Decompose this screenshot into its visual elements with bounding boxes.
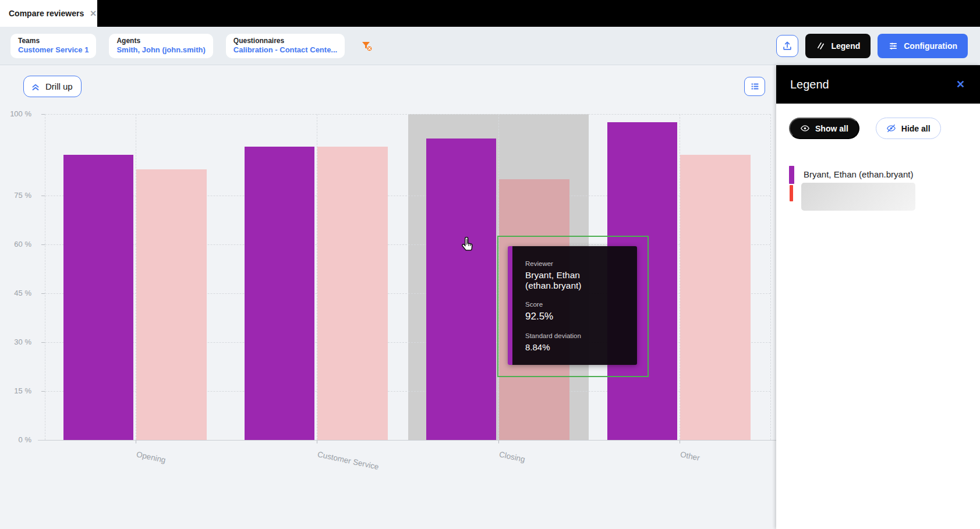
eye-icon <box>800 123 810 133</box>
legend-panel-title: Legend <box>790 78 829 91</box>
gridline-horizontal <box>45 114 770 115</box>
filter-chips: Teams Customer Service 1 Agents Smith, J… <box>10 34 345 58</box>
legend-edit-icon <box>816 41 826 51</box>
tooltip-score-value: 92.5% <box>525 311 625 322</box>
app-window: Compare reviewers ✕ Teams Customer Servi… <box>0 0 980 529</box>
y-axis-label: 100 % <box>0 109 31 119</box>
chip-label: Teams <box>18 37 89 45</box>
gridline-vertical <box>45 114 45 440</box>
chip-value: Smith, John (john.smith) <box>116 45 205 55</box>
list-icon <box>750 81 760 91</box>
tooltip-std-value: 8.84% <box>525 342 625 352</box>
x-axis-line <box>38 440 776 441</box>
chip-label: Agents <box>116 37 205 45</box>
chip-value: Customer Service 1 <box>18 45 89 55</box>
bar-opening-series-1[interactable] <box>63 155 133 440</box>
y-axis-label: 15 % <box>0 386 31 396</box>
y-axis-label: 60 % <box>0 240 31 249</box>
chart-tooltip: Reviewer Bryant, Ethan (ethan.bryant) Sc… <box>508 246 637 365</box>
bar-opening-series-2[interactable] <box>136 169 207 440</box>
hide-all-label: Hide all <box>901 124 931 133</box>
y-axis-label: 30 % <box>0 338 31 347</box>
legend-swatch-purple <box>789 166 794 184</box>
filter-chip-questionnaires[interactable]: Questionnaires Calibration - Contact Cen… <box>226 34 345 58</box>
bar-customer-service-series-2[interactable] <box>317 147 388 440</box>
configuration-button[interactable]: Configuration <box>878 34 968 58</box>
x-axis-label: Closing <box>498 450 526 464</box>
eye-off-icon <box>886 123 896 133</box>
x-axis-label: Customer Service <box>317 450 380 471</box>
export-button[interactable] <box>776 35 798 57</box>
upload-icon <box>781 40 793 52</box>
gridline-vertical <box>770 114 771 440</box>
y-axis-label: 75 % <box>0 191 31 200</box>
double-chevron-up-icon <box>30 81 41 92</box>
bar-chart: 0 %15 %30 %45 %60 %75 %100 %OpeningCusto… <box>0 65 776 529</box>
tab-close-icon[interactable]: ✕ <box>90 9 97 18</box>
y-axis-label: 45 % <box>0 289 31 298</box>
bar-closing-series-1[interactable] <box>426 139 496 440</box>
tooltip-reviewer-label: Reviewer <box>525 260 625 267</box>
tab-compare-reviewers[interactable]: Compare reviewers ✕ <box>0 0 97 27</box>
filter-chip-teams[interactable]: Teams Customer Service 1 <box>10 34 96 58</box>
tooltip-score-label: Score <box>525 301 625 308</box>
legend-panel-body: Show all Hide all Bryant, Ethan (ethan.b… <box>776 104 980 226</box>
legend-item-redacted[interactable] <box>789 185 967 211</box>
chip-label: Questionnaires <box>233 37 337 45</box>
legend-items: Bryant, Ethan (ethan.bryant) <box>789 166 967 211</box>
tooltip-std-label: Standard deviation <box>525 332 625 339</box>
legend-panel-header: Legend ✕ <box>776 65 980 104</box>
legend-item-bryant-ethan[interactable]: Bryant, Ethan (ethan.bryant) <box>789 166 967 184</box>
legend-button[interactable]: Legend <box>805 34 871 58</box>
bar-customer-service-series-1[interactable] <box>245 147 314 440</box>
clear-filters-icon[interactable] <box>360 39 374 53</box>
show-all-label: Show all <box>815 124 848 133</box>
drill-up-label: Drill up <box>45 81 73 91</box>
legend-visibility-buttons: Show all Hide all <box>789 118 967 139</box>
filter-chip-agents[interactable]: Agents Smith, John (john.smith) <box>109 34 213 58</box>
mouse-cursor <box>461 236 477 256</box>
x-axis-label: Other <box>680 450 700 463</box>
tab-title: Compare reviewers <box>9 9 84 18</box>
y-axis-label: 0 % <box>0 435 31 445</box>
top-bar: Compare reviewers ✕ <box>0 0 980 27</box>
toolbar-actions: Legend Configuration <box>776 34 968 58</box>
tooltip-reviewer-value: Bryant, Ethan (ethan.bryant) <box>525 270 625 291</box>
legend-panel: Legend ✕ Show all Hid <box>776 65 980 529</box>
bar-other-series-2[interactable] <box>680 155 751 440</box>
legend-item-redacted-blur <box>801 183 915 211</box>
legend-button-label: Legend <box>831 41 860 51</box>
chart-area: 0 %15 %30 %45 %60 %75 %100 %OpeningCusto… <box>0 65 776 529</box>
drill-up-button[interactable]: Drill up <box>23 76 82 97</box>
legend-swatch-red <box>790 185 793 201</box>
chart-list-view-button[interactable] <box>744 77 765 96</box>
chip-value: Calibration - Contact Cente... <box>233 45 337 55</box>
hide-all-button[interactable]: Hide all <box>876 118 941 139</box>
x-axis-label: Opening <box>136 450 167 464</box>
filter-toolbar: Teams Customer Service 1 Agents Smith, J… <box>0 27 980 65</box>
show-all-button[interactable]: Show all <box>789 118 859 139</box>
sliders-icon <box>888 41 898 51</box>
legend-item-label: Bryant, Ethan (ethan.bryant) <box>804 166 913 179</box>
legend-panel-close-icon[interactable]: ✕ <box>956 78 965 91</box>
configuration-button-label: Configuration <box>904 41 957 51</box>
